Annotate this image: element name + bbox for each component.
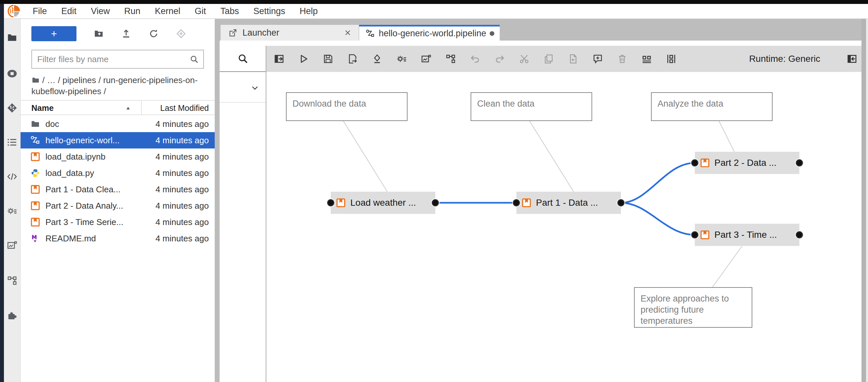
paste-icon[interactable] xyxy=(568,53,579,64)
menu-run[interactable]: Run xyxy=(117,6,148,17)
clear-pipeline-icon[interactable] xyxy=(372,53,383,64)
extensions-icon[interactable] xyxy=(6,310,18,321)
node-label: Part 3 - Time ... xyxy=(714,230,777,240)
runtime-configuration-icon[interactable] xyxy=(396,53,407,64)
redo-icon[interactable] xyxy=(494,53,505,64)
vertical-scrollbar[interactable] xyxy=(862,19,866,382)
code-snippets-icon[interactable] xyxy=(6,171,18,182)
open-palette-icon[interactable] xyxy=(274,53,285,64)
menu-edit[interactable]: Edit xyxy=(54,6,84,17)
file-row-markdown[interactable]: README.md 4 minutes ago xyxy=(21,230,215,246)
refresh-icon[interactable] xyxy=(148,28,159,39)
input-port[interactable] xyxy=(327,199,334,206)
sort-ascending-icon xyxy=(125,105,131,111)
add-comment-icon[interactable] xyxy=(592,53,603,64)
menu-kernel[interactable]: Kernel xyxy=(148,6,188,17)
menu-git[interactable]: Git xyxy=(188,6,213,17)
panel-splitter[interactable] xyxy=(215,19,220,382)
comment-download[interactable]: Download the data xyxy=(286,92,407,121)
cut-icon[interactable] xyxy=(519,53,530,64)
output-port[interactable] xyxy=(617,199,624,206)
pipeline-icon xyxy=(366,29,375,38)
pipeline-components-icon[interactable] xyxy=(6,275,18,286)
input-port[interactable] xyxy=(513,199,520,206)
runtime-images-icon[interactable] xyxy=(421,53,432,64)
comment-analyze[interactable]: Analyze the data xyxy=(651,92,773,121)
file-modified: 4 minutes ago xyxy=(156,136,209,146)
output-port[interactable] xyxy=(796,231,803,238)
file-row-notebook[interactable]: Part 2 - Data Analy... 4 minutes ago xyxy=(21,198,215,214)
input-port[interactable] xyxy=(691,159,699,167)
git-clone-icon[interactable] xyxy=(176,28,186,39)
unsaved-changes-dot-icon[interactable] xyxy=(489,30,495,37)
file-modified: 4 minutes ago xyxy=(156,152,209,162)
tab-label: hello-generic-world.pipeline xyxy=(379,28,486,38)
column-name[interactable]: Name xyxy=(31,104,54,113)
pipeline-canvas[interactable]: Download the data Clean the data Analyze… xyxy=(266,72,862,382)
input-port[interactable] xyxy=(691,231,699,238)
file-name: Part 1 - Data Clea... xyxy=(45,184,156,195)
export-pipeline-icon[interactable] xyxy=(347,53,358,64)
comment-explore[interactable]: Explore approaches to predicting future … xyxy=(634,287,752,328)
menu-help[interactable]: Help xyxy=(292,6,325,17)
window-right-edge xyxy=(866,19,868,382)
file-name: README.md xyxy=(45,234,156,244)
output-port[interactable] xyxy=(796,159,803,167)
palette-category-collapsed[interactable] xyxy=(220,72,266,103)
menu-settings[interactable]: Settings xyxy=(246,6,292,17)
tab-launcher[interactable]: Launcher xyxy=(221,25,359,40)
menu-view[interactable]: View xyxy=(84,6,117,17)
running-sessions-icon[interactable] xyxy=(6,68,18,79)
file-row-notebook[interactable]: Part 1 - Data Clea... 4 minutes ago xyxy=(21,181,215,198)
node-part1[interactable]: Part 1 - Data ... xyxy=(516,192,621,214)
new-folder-icon[interactable] xyxy=(93,28,104,39)
node-label: Part 1 - Data ... xyxy=(536,198,598,208)
window-top-edge xyxy=(0,0,868,4)
delete-icon[interactable] xyxy=(617,53,628,64)
file-browser-icon[interactable] xyxy=(6,32,18,43)
arrange-horizontally-icon[interactable] xyxy=(641,53,652,64)
copy-icon[interactable] xyxy=(543,53,554,64)
comment-clean[interactable]: Clean the data xyxy=(471,92,592,121)
run-pipeline-icon[interactable] xyxy=(298,53,309,64)
new-launcher-button[interactable]: + xyxy=(31,26,76,41)
file-row-notebook[interactable]: Part 3 - Time Serie... 4 minutes ago xyxy=(21,214,215,230)
table-of-contents-icon[interactable] xyxy=(6,137,18,148)
open-properties-panel-icon[interactable] xyxy=(846,53,858,64)
node-part3[interactable]: Part 3 - Time ... xyxy=(695,224,799,246)
file-row-doc[interactable]: doc 4 minutes ago xyxy=(21,116,215,132)
file-row-notebook[interactable]: load_data.ipynb 4 minutes ago xyxy=(21,148,215,165)
node-load-weather[interactable]: Load weather ... xyxy=(331,192,435,214)
upload-icon[interactable] xyxy=(121,28,131,39)
breadcrumb[interactable]: / … / pipelines / run-generic-pipelines-… xyxy=(31,75,208,97)
filter-files-input[interactable] xyxy=(32,54,190,64)
notebook-icon xyxy=(30,184,40,194)
node-part2[interactable]: Part 2 - Data ... xyxy=(695,152,799,174)
runtimes-icon[interactable] xyxy=(6,205,18,216)
menu-tabs[interactable]: Tabs xyxy=(213,6,246,17)
file-row-python[interactable]: load_data.py 4 minutes ago xyxy=(21,165,215,181)
comment-text: Analyze the data xyxy=(657,99,723,109)
notebook-icon xyxy=(30,152,40,161)
close-icon[interactable] xyxy=(344,29,352,37)
file-name: doc xyxy=(45,119,156,129)
save-pipeline-icon[interactable] xyxy=(322,53,334,64)
file-modified: 4 minutes ago xyxy=(156,234,209,244)
tab-pipeline-active[interactable]: hello-generic-world.pipeline xyxy=(359,25,500,40)
git-icon[interactable] xyxy=(6,102,18,114)
undo-icon[interactable] xyxy=(470,53,481,64)
file-row-pipeline[interactable]: hello-generic-worl... 4 minutes ago xyxy=(21,132,215,148)
palette-search-button[interactable] xyxy=(220,46,266,72)
home-folder-icon[interactable] xyxy=(31,76,40,84)
column-last-modified[interactable]: Last Modified xyxy=(160,104,209,113)
arrange-vertically-icon[interactable] xyxy=(666,53,677,64)
markdown-icon xyxy=(30,234,40,243)
components-icon[interactable] xyxy=(445,53,456,64)
sidebar-tab-strip xyxy=(4,19,21,382)
breadcrumb-path[interactable]: / … / pipelines / run-generic-pipelines-… xyxy=(31,75,198,96)
pipeline-icon xyxy=(30,136,40,145)
output-port[interactable] xyxy=(432,199,439,206)
menu-file[interactable]: File xyxy=(26,6,54,17)
python-icon xyxy=(30,168,40,178)
container-images-icon[interactable] xyxy=(6,240,18,251)
